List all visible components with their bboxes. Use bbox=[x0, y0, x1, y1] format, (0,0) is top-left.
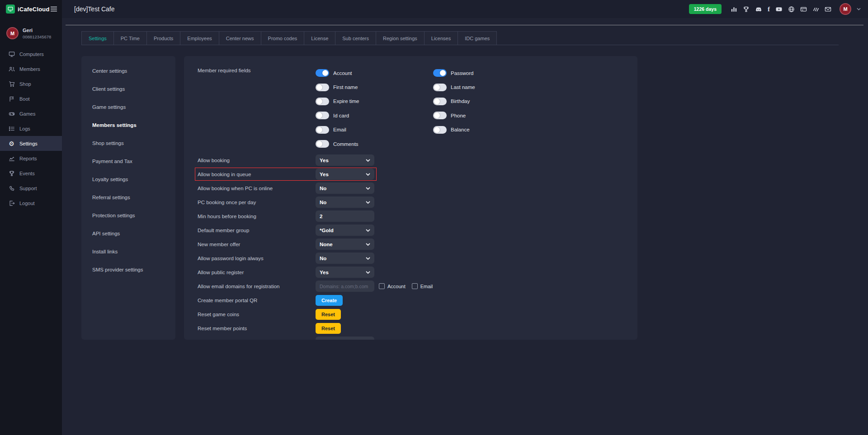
sidebar-item-logs[interactable]: Logs bbox=[0, 121, 62, 136]
pc-booking-once-per-day-select[interactable]: No bbox=[316, 196, 374, 208]
nav-item-referral-settings[interactable]: Referral settings bbox=[92, 195, 165, 200]
allow-booking-in-queue-select[interactable]: Yes bbox=[316, 168, 374, 180]
sidebar-item-settings[interactable]: ⚙ Settings bbox=[0, 136, 62, 151]
sidebar-item-members[interactable]: Members bbox=[0, 61, 62, 76]
toggle-expire-time[interactable]: Expire time bbox=[316, 94, 433, 108]
reviews-icon[interactable] bbox=[812, 6, 819, 13]
toggle-phone[interactable]: Phone bbox=[433, 108, 551, 122]
tab-settings[interactable]: Settings bbox=[82, 32, 114, 45]
nav-item-loyalty-settings[interactable]: Loyalty settings bbox=[92, 177, 165, 182]
sidebar-item-shop[interactable]: Shop bbox=[0, 76, 62, 91]
sidebar-item-reports[interactable]: Reports bbox=[0, 151, 62, 166]
user-info[interactable]: M Geri 008812345678 bbox=[0, 24, 62, 47]
toggle-switch[interactable] bbox=[316, 112, 329, 119]
sidebar-item-boot[interactable]: Boot bbox=[0, 91, 62, 106]
facebook-icon[interactable]: f bbox=[768, 6, 770, 13]
sidebar-item-logout[interactable]: Logout bbox=[0, 196, 62, 210]
tab-products[interactable]: Products bbox=[147, 32, 180, 45]
email-domains-input[interactable] bbox=[316, 281, 374, 292]
nav-item-game-settings[interactable]: Game settings bbox=[92, 104, 165, 110]
select-value: None bbox=[320, 242, 333, 247]
allow-booking-pc-online-select[interactable]: No bbox=[316, 182, 374, 194]
row-create-member-portal-qr: Create member portal QR Create bbox=[198, 293, 624, 307]
avatar[interactable]: M bbox=[840, 3, 851, 15]
toggle-email[interactable]: Email bbox=[316, 123, 433, 137]
tab-license[interactable]: License bbox=[304, 32, 335, 45]
toggle-switch[interactable] bbox=[316, 126, 329, 134]
tab-region-settings[interactable]: Region settings bbox=[376, 32, 425, 45]
nav-item-api-settings[interactable]: API settings bbox=[92, 231, 165, 236]
toggle-id-card[interactable]: Id card bbox=[316, 108, 433, 122]
toggle-first-name[interactable]: First name bbox=[316, 80, 433, 94]
monitor-icon bbox=[8, 51, 15, 57]
sidebar-item-computers[interactable]: Computers bbox=[0, 47, 62, 61]
phone-icon bbox=[8, 185, 15, 192]
default-member-group-select[interactable]: *Gold bbox=[316, 225, 374, 236]
sidebar-item-events[interactable]: Events bbox=[0, 166, 62, 181]
nav-item-sms-provider-settings[interactable]: SMS provider settings bbox=[92, 267, 165, 272]
globe-icon[interactable] bbox=[788, 6, 795, 13]
tab-licenses[interactable]: Licenses bbox=[425, 32, 458, 45]
logo[interactable]: iCafeCloud bbox=[6, 5, 50, 14]
toggle-balance[interactable]: Balance bbox=[433, 123, 551, 137]
create-button[interactable]: Create bbox=[316, 295, 343, 306]
min-hours-input[interactable] bbox=[316, 210, 374, 222]
youtube-icon[interactable] bbox=[775, 6, 783, 13]
reset-member-points-button[interactable]: Reset bbox=[316, 323, 341, 334]
toggle-switch[interactable] bbox=[433, 84, 447, 91]
row-label: Allow booking bbox=[198, 158, 316, 163]
toggle-switch[interactable] bbox=[316, 84, 329, 91]
nav-item-shop-settings[interactable]: Shop settings bbox=[92, 140, 165, 146]
tab-promo-codes[interactable]: Promo codes bbox=[261, 32, 305, 45]
tab-sub-centers[interactable]: Sub centers bbox=[335, 32, 376, 45]
mail-icon[interactable] bbox=[825, 6, 831, 13]
email-checkbox[interactable] bbox=[412, 283, 418, 289]
tab-center-news[interactable]: Center news bbox=[219, 32, 261, 45]
nav-item-payment-and-tax[interactable]: Payment and Tax bbox=[92, 159, 165, 164]
toggle-switch[interactable] bbox=[316, 140, 329, 148]
allow-booking-select[interactable]: Yes bbox=[316, 154, 374, 166]
row-default-member-group: Default member group *Gold bbox=[198, 223, 624, 237]
toggle-switch[interactable] bbox=[433, 126, 447, 134]
reset-game-coins-button[interactable]: Reset bbox=[316, 309, 341, 320]
trophy-icon[interactable] bbox=[743, 6, 750, 13]
allow-password-login-select[interactable]: No bbox=[316, 253, 374, 264]
tab-pc-time[interactable]: PC Time bbox=[114, 32, 147, 45]
sidebar-item-label: Games bbox=[19, 111, 35, 117]
days-badge[interactable]: 1226 days bbox=[689, 4, 722, 14]
toggle-switch[interactable] bbox=[316, 98, 329, 105]
toggle-switch[interactable] bbox=[433, 98, 447, 105]
select-value: Yes bbox=[320, 172, 329, 177]
account-checkbox[interactable] bbox=[379, 283, 385, 289]
tab-idc-games[interactable]: IDC games bbox=[458, 32, 496, 45]
nav-item-client-settings[interactable]: Client settings bbox=[92, 86, 165, 92]
topbar-right: 1226 days f bbox=[689, 3, 868, 15]
row-label: Default member group bbox=[198, 228, 316, 233]
sidebar-item-games[interactable]: Games bbox=[0, 106, 62, 121]
sidebar-item-label: Events bbox=[19, 171, 35, 176]
tab-employees[interactable]: Employees bbox=[180, 32, 219, 45]
toggle-comments[interactable]: Comments bbox=[316, 137, 433, 151]
toggle-switch[interactable] bbox=[316, 69, 329, 77]
cropped-select[interactable]: Yes bbox=[316, 337, 374, 340]
toggle-account[interactable]: Account bbox=[316, 66, 433, 80]
toggle-birthday[interactable]: Birthday bbox=[433, 94, 551, 108]
chevron-down-icon[interactable] bbox=[857, 8, 861, 10]
allow-public-register-select[interactable]: Yes bbox=[316, 267, 374, 278]
new-member-offer-select[interactable]: None bbox=[316, 239, 374, 250]
sidebar-item-support[interactable]: Support bbox=[0, 181, 62, 196]
row-allow-public-register: Allow public register Yes bbox=[198, 265, 624, 279]
nav-item-protection-settings[interactable]: Protection settings bbox=[92, 213, 165, 218]
toggle-switch[interactable] bbox=[433, 112, 447, 119]
select-value: No bbox=[320, 186, 326, 191]
toggle-last-name[interactable]: Last name bbox=[433, 80, 551, 94]
nav-item-members-settings[interactable]: Members settings bbox=[92, 122, 165, 128]
discord-icon[interactable] bbox=[755, 6, 762, 13]
toggle-switch[interactable] bbox=[433, 69, 447, 77]
nav-item-center-settings[interactable]: Center settings bbox=[92, 68, 165, 74]
billing-icon[interactable] bbox=[800, 6, 807, 13]
stats-icon[interactable] bbox=[731, 6, 737, 13]
menu-icon[interactable] bbox=[50, 6, 57, 12]
toggle-password[interactable]: Password bbox=[433, 66, 551, 80]
nav-item-install-links[interactable]: Install links bbox=[92, 249, 165, 254]
